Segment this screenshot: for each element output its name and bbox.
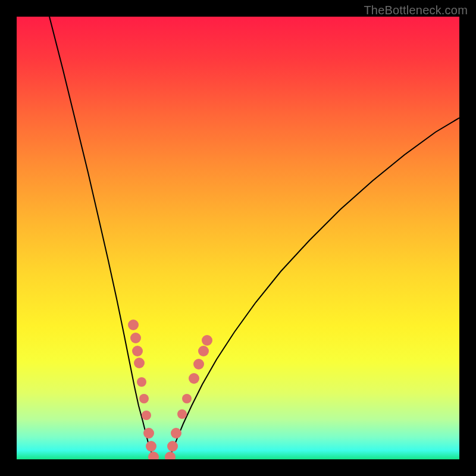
dot-right-1 xyxy=(167,441,178,452)
dot-right-0 xyxy=(165,452,176,459)
dot-left-1 xyxy=(130,333,141,343)
dot-left-6 xyxy=(142,411,151,420)
curve-layer xyxy=(17,17,459,459)
dot-left-9 xyxy=(148,452,159,459)
dot-left-7 xyxy=(143,428,154,439)
chart-frame: TheBottleneck.com xyxy=(0,0,476,476)
dot-left-8 xyxy=(146,441,156,452)
dot-right-4 xyxy=(182,394,192,403)
plot-area xyxy=(17,17,459,459)
series-curve-left xyxy=(49,17,155,459)
dot-right-2 xyxy=(171,428,181,439)
dot-right-6 xyxy=(193,359,204,369)
dot-left-3 xyxy=(134,358,145,368)
dot-right-8 xyxy=(202,335,212,346)
dot-right-3 xyxy=(177,409,187,419)
series-curve-right xyxy=(168,118,459,459)
dot-left-5 xyxy=(139,394,149,403)
dot-left-4 xyxy=(137,377,146,387)
dot-left-2 xyxy=(132,346,143,356)
dot-right-5 xyxy=(189,373,199,384)
dot-right-7 xyxy=(198,346,209,356)
watermark-label: TheBottleneck.com xyxy=(364,4,468,17)
dot-left-0 xyxy=(128,320,139,330)
